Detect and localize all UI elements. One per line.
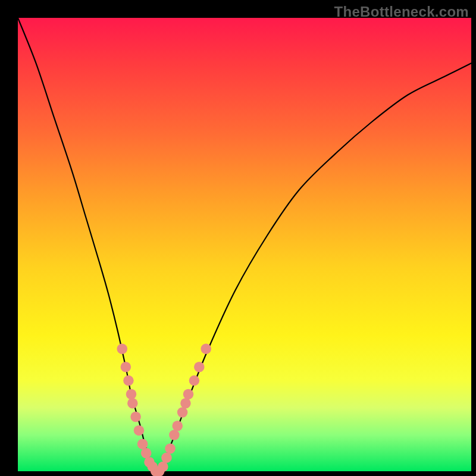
marker-dot xyxy=(130,412,141,422)
marker-dot xyxy=(165,443,176,454)
marker-dot xyxy=(183,389,194,400)
marker-dot xyxy=(123,375,134,386)
marker-dot xyxy=(121,362,131,372)
curve-markers xyxy=(117,343,211,476)
marker-dot xyxy=(158,462,168,472)
marker-dot xyxy=(189,375,200,386)
marker-dot xyxy=(201,343,211,354)
chart-svg xyxy=(18,18,471,471)
marker-dot xyxy=(169,430,180,440)
marker-dot xyxy=(134,425,145,436)
watermark-text: TheBottleneck.com xyxy=(334,4,469,20)
marker-dot xyxy=(177,407,188,418)
chart-frame: TheBottleneck.com xyxy=(0,0,476,476)
marker-dot xyxy=(126,389,137,400)
marker-dot xyxy=(161,452,172,463)
marker-dot xyxy=(137,439,148,450)
marker-dot xyxy=(127,398,138,409)
plot-area xyxy=(18,18,471,471)
bottleneck-curve xyxy=(18,18,471,471)
marker-dot xyxy=(180,398,191,409)
marker-dot xyxy=(194,362,205,372)
marker-dot xyxy=(141,448,152,459)
marker-dot xyxy=(117,343,127,354)
marker-dot xyxy=(172,421,183,431)
